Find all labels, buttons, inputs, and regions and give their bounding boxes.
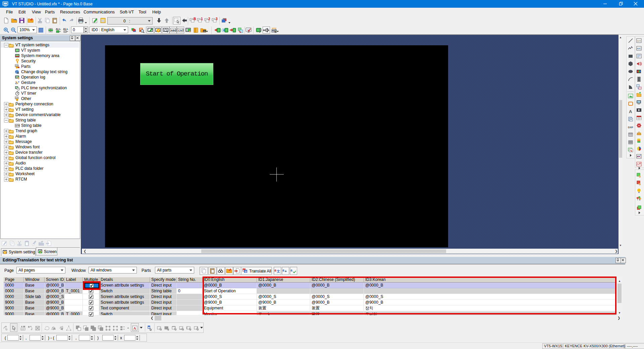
svg-text:1: 1	[201, 17, 203, 21]
svg-text:123: 123	[15, 65, 19, 67]
svg-text:+: +	[285, 269, 287, 273]
svg-text:123: 123	[637, 40, 641, 42]
svg-text:a: a	[290, 268, 292, 272]
svg-text:123: 123	[15, 97, 19, 99]
svg-text:a: a	[274, 268, 276, 272]
svg-text:CNT: CNT	[178, 29, 184, 32]
svg-text:ALL: ALL	[56, 28, 61, 31]
svg-text:3: 3	[216, 17, 218, 21]
svg-text:123: 123	[21, 328, 24, 330]
svg-text:ALL: ALL	[63, 28, 68, 31]
svg-text:A: A	[133, 326, 136, 330]
svg-text:文: 文	[276, 269, 280, 273]
svg-text:ABC: ABC	[171, 29, 176, 32]
svg-text:ABC: ABC	[637, 47, 642, 50]
svg-text:文: 文	[245, 270, 247, 273]
svg-text:a: a	[282, 268, 284, 272]
svg-text:B: B	[194, 17, 196, 21]
svg-text:STR: STR	[15, 124, 20, 127]
svg-text:2: 2	[208, 17, 210, 21]
svg-text:A: A	[629, 109, 632, 114]
svg-text:DXF: DXF	[628, 126, 633, 129]
svg-text:a: a	[243, 269, 244, 271]
svg-text:A: A	[17, 71, 19, 74]
